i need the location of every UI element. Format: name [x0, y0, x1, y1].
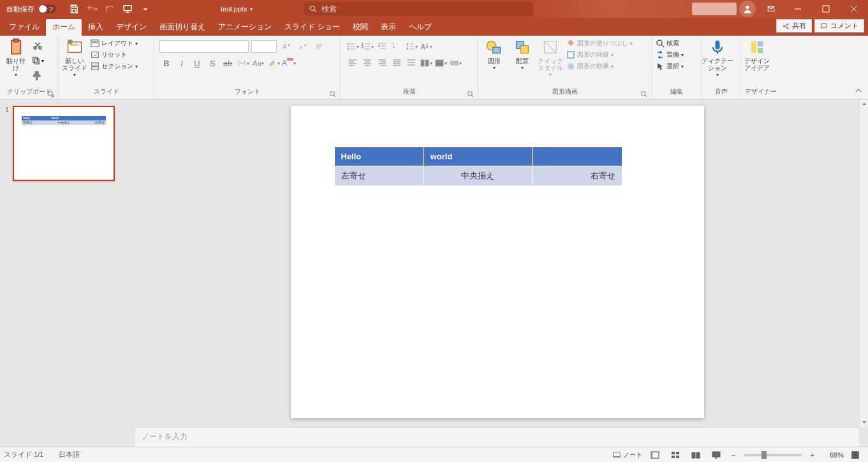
paste-button[interactable]: 貼り付け▾ — [3, 37, 29, 78]
zoom-slider-thumb[interactable] — [761, 451, 767, 459]
tab-insert[interactable]: 挿入 — [82, 19, 110, 36]
vertical-scrollbar[interactable] — [859, 99, 868, 427]
design-ideas-button[interactable]: デザイン アイデア — [744, 37, 770, 71]
justify-icon[interactable] — [390, 56, 404, 70]
tab-design[interactable]: デザイン — [110, 19, 153, 36]
shape-outline-button[interactable]: 図形の枠線▾ — [565, 50, 634, 60]
decrease-indent-icon[interactable] — [375, 40, 389, 54]
dialog-launcher-icon[interactable] — [330, 91, 336, 97]
table-header-cell[interactable]: Hello — [334, 147, 423, 166]
highlight-icon[interactable]: ▾ — [267, 56, 281, 70]
line-spacing-icon[interactable]: ▾ — [404, 40, 418, 54]
align-center-icon[interactable] — [360, 56, 374, 70]
zoom-level[interactable]: 68% — [821, 451, 844, 459]
arrange-button[interactable]: 配置▾ — [509, 37, 536, 71]
dialog-launcher-icon[interactable] — [467, 91, 474, 97]
select-button[interactable]: 選択▾ — [654, 61, 685, 71]
new-slide-button[interactable]: 新しい スライド▾ — [61, 37, 88, 78]
dialog-launcher-icon[interactable] — [641, 91, 647, 97]
character-spacing-icon[interactable]: ▾ — [236, 56, 250, 70]
scroll-down-icon[interactable] — [860, 418, 868, 427]
maximize-button[interactable] — [812, 0, 840, 18]
save-icon[interactable] — [66, 2, 82, 16]
font-size-combo[interactable] — [251, 40, 277, 53]
customize-qat-icon[interactable] — [138, 2, 153, 16]
close-button[interactable] — [840, 0, 868, 18]
format-painter-icon[interactable] — [31, 69, 45, 83]
cut-icon[interactable] — [31, 38, 45, 52]
numbering-icon[interactable]: 12▾ — [360, 40, 374, 54]
distribute-icon[interactable] — [404, 56, 418, 70]
find-button[interactable]: 検索 — [654, 38, 685, 48]
toggle-switch[interactable]: オフ — [38, 4, 56, 13]
table-body-cell[interactable]: 中央揃え — [423, 166, 533, 186]
italic-icon[interactable]: I — [175, 56, 189, 70]
language-indicator[interactable]: 日本語 — [59, 450, 80, 459]
zoom-out-button[interactable]: − — [728, 451, 739, 459]
shadow-icon[interactable]: S — [205, 56, 219, 70]
change-case-icon[interactable]: Aa▾ — [251, 56, 265, 70]
collapse-ribbon-icon[interactable] — [854, 86, 864, 96]
section-button[interactable]: セクション▾ — [89, 61, 139, 71]
slide-thumbnail[interactable]: hello world 左寄せ 中央揃え 右寄せ — [13, 106, 115, 181]
tab-review[interactable]: 校閲 — [346, 19, 374, 36]
slide-editor[interactable]: Hello world 左寄せ 中央揃え 右寄せ — [135, 99, 859, 427]
slideshow-view-icon[interactable] — [707, 448, 725, 462]
align-text-icon[interactable]: ▾ — [434, 56, 448, 70]
dialog-launcher-icon[interactable] — [48, 91, 54, 97]
share-button[interactable]: 共有 — [776, 19, 812, 32]
replace-button[interactable]: 置換▾ — [654, 50, 685, 60]
copy-icon[interactable]: ▾ — [31, 54, 45, 68]
avatar-icon[interactable] — [739, 1, 756, 17]
tab-help[interactable]: ヘルプ — [402, 19, 438, 36]
strikethrough-icon[interactable]: ab — [221, 56, 235, 70]
fit-to-window-icon[interactable] — [846, 448, 864, 462]
undo-icon[interactable]: ▾ — [84, 2, 99, 16]
text-direction-icon[interactable]: A▾ — [419, 40, 433, 54]
shape-fill-button[interactable]: 図形の塗りつぶし▾ — [565, 38, 634, 48]
reading-view-icon[interactable] — [687, 448, 705, 462]
table-header-cell[interactable]: world — [423, 147, 533, 166]
align-left-icon[interactable] — [346, 56, 360, 70]
zoom-in-button[interactable]: + — [807, 451, 818, 459]
clear-formatting-icon[interactable]: A — [313, 40, 327, 54]
table-body-cell[interactable]: 右寄せ — [533, 166, 622, 186]
tab-home[interactable]: ホーム — [46, 19, 82, 36]
minimize-button[interactable] — [784, 0, 812, 18]
tab-slideshow[interactable]: スライド ショー — [278, 19, 346, 36]
columns-icon[interactable]: ▾ — [419, 56, 433, 70]
table-body-cell[interactable]: 左寄せ — [334, 166, 423, 186]
slide-counter[interactable]: スライド 1/1 — [4, 450, 43, 459]
ribbon-display-options-icon[interactable] — [761, 0, 781, 18]
increase-indent-icon[interactable] — [390, 40, 404, 54]
normal-view-icon[interactable] — [646, 448, 664, 462]
present-from-start-icon[interactable] — [120, 2, 135, 16]
search-box[interactable]: 検索 — [304, 2, 533, 16]
bold-icon[interactable]: B — [159, 56, 173, 70]
tab-file[interactable]: ファイル — [3, 19, 46, 36]
shapes-button[interactable]: 図形▾ — [481, 37, 508, 71]
reset-button[interactable]: リセット — [89, 50, 139, 60]
autosave-toggle[interactable]: 自動保存 オフ — [0, 4, 63, 14]
redo-icon[interactable] — [102, 2, 117, 16]
font-name-combo[interactable] — [159, 40, 249, 53]
layout-button[interactable]: レイアウト▾ — [89, 38, 139, 48]
font-color-icon[interactable]: A▾ — [282, 56, 296, 70]
slide-table[interactable]: Hello world 左寄せ 中央揃え 右寄せ — [334, 147, 622, 186]
tab-animations[interactable]: アニメーション — [212, 19, 278, 36]
smartart-convert-icon[interactable]: ▾ — [448, 56, 462, 70]
shape-effects-button[interactable]: 図形の効果▾ — [565, 61, 634, 71]
tab-transitions[interactable]: 画面切り替え — [153, 19, 212, 36]
scroll-up-icon[interactable] — [860, 99, 868, 108]
bullets-icon[interactable]: ▾ — [346, 40, 360, 54]
comment-button[interactable]: コメント — [814, 19, 864, 32]
dictate-button[interactable]: ディクテー ション▾ — [704, 37, 731, 78]
underline-icon[interactable]: U — [190, 56, 204, 70]
notes-pane[interactable]: ノートを入力 — [135, 427, 859, 447]
align-right-icon[interactable] — [375, 56, 389, 70]
decrease-font-icon[interactable]: A — [296, 40, 310, 54]
slide-sorter-icon[interactable] — [666, 448, 684, 462]
table-header-cell[interactable] — [533, 147, 622, 166]
zoom-slider[interactable] — [744, 454, 802, 456]
document-title[interactable]: test.pptx ▾ — [221, 5, 253, 13]
